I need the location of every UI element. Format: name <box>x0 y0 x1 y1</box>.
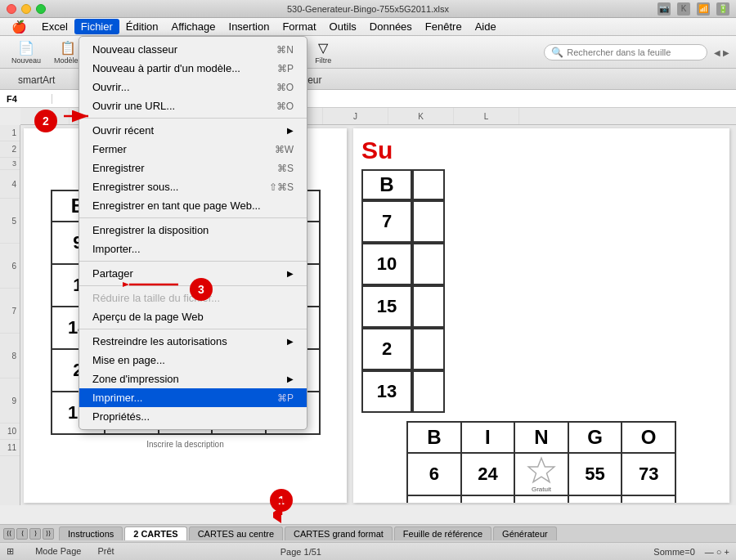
filtre-btn[interactable]: ▽ Filtre <box>307 38 339 66</box>
menu-fichier[interactable]: Fichier <box>74 19 119 34</box>
dropdown-item-15[interactable]: Mise en page... <box>79 351 307 370</box>
dropdown-item-label-10: Importer... <box>92 243 141 255</box>
dropdown-item-0[interactable]: Nouveau classeur⌘N <box>79 40 307 59</box>
dropdown-item-label-16: Zone d'impression <box>92 373 179 385</box>
status-somme: Somme=0 <box>653 547 694 557</box>
dropdown-item-label-18: Propriétés... <box>92 410 150 423</box>
status-bar: ⊞ Mode Page Prêt Page 1/51 Somme=0 — ○ + <box>0 542 736 560</box>
dropdown-item-12: Réduire la taille du fichier... <box>79 289 307 307</box>
row-5: 5 <box>0 199 20 244</box>
camera-icon: 📷 <box>657 2 671 16</box>
dropdown-shortcut-1: ⌘P <box>277 63 294 74</box>
dropdown-item-18[interactable]: Propriétés... <box>79 407 307 426</box>
tab-smartart[interactable]: smartArt <box>7 71 66 89</box>
col-j: J <box>323 108 388 124</box>
dropdown-item-label-4: Ouvrir récent <box>92 124 154 137</box>
menu-insertion[interactable]: Insertion <box>222 19 276 34</box>
dropdown-item-label-7: Enregistrer sous... <box>92 181 179 193</box>
dropdown-item-9[interactable]: Enregistrer la disposition <box>79 221 307 240</box>
card3-area: B I N G O 6 24 <box>361 421 721 503</box>
dropdown-arrow-14: ▶ <box>287 337 294 346</box>
mode-page-icon: ⊞ <box>7 546 14 556</box>
dropdown-shortcut-3: ⌘O <box>276 101 294 112</box>
sheet-tab-feuille[interactable]: Feuille de référence <box>394 526 491 540</box>
menu-bar: 🍎 Excel Fichier Édition Affichage Insert… <box>0 18 736 36</box>
traffic-lights <box>7 4 46 14</box>
sheet-tab-generateur[interactable]: Générateur <box>493 526 557 540</box>
status-center: Page 1/51 <box>280 547 321 557</box>
row-9: 9 <box>0 379 20 423</box>
menu-excel[interactable]: Excel <box>35 19 74 34</box>
sheet-tab-cartes-grand[interactable]: CARTES grand format <box>285 526 393 540</box>
menu-fenetre[interactable]: Fenêtre <box>419 19 469 34</box>
dropdown-item-label-13: Aperçu de la page Web <box>92 311 204 323</box>
sheet-nav[interactable]: ⟨⟨ ⟨ ⟩ ⟩⟩ <box>3 528 54 540</box>
dropdown-item-10[interactable]: Importer... <box>79 240 307 258</box>
dropdown-item-14[interactable]: Restreindre les autorisations▶ <box>79 332 307 351</box>
page-right: Su B 7 10 15 2 13 <box>353 128 729 503</box>
dropdown-shortcut-0: ⌘N <box>276 44 294 56</box>
menu-outils[interactable]: Outils <box>323 19 363 34</box>
sheet-prev-btn[interactable]: ⟨ <box>16 528 28 540</box>
menu-edition[interactable]: Édition <box>119 19 165 34</box>
dropdown-separator-11 <box>79 261 307 262</box>
row-8: 8 <box>0 334 20 379</box>
row-10: 10 <box>0 423 20 440</box>
dropdown-item-2[interactable]: Ouvrir...⌘O <box>79 78 307 96</box>
search-input[interactable] <box>567 47 698 57</box>
card1-description: Inscrire la description <box>146 440 223 449</box>
menu-aide[interactable]: Aide <box>469 19 503 34</box>
dropdown-item-label-8: Enregistrer en tant que page Web... <box>92 199 261 212</box>
dropdown-item-label-1: Nouveau à partir d'un modèle... <box>92 62 240 74</box>
dropdown-item-16[interactable]: Zone d'impression▶ <box>79 370 307 388</box>
menu-affichage[interactable]: Affichage <box>165 19 222 34</box>
dropdown-separator-9 <box>79 217 307 218</box>
minimize-button[interactable] <box>21 4 31 14</box>
free-label-2: Gratuit <box>515 486 568 493</box>
dropdown-item-6[interactable]: Enregistrer⌘S <box>79 159 307 177</box>
sheet-first-btn[interactable]: ⟨⟨ <box>3 528 15 540</box>
dropdown-separator-14 <box>79 329 307 329</box>
maximize-button[interactable] <box>36 4 46 14</box>
dropdown-item-3[interactable]: Ouvrir une URL...⌘O <box>79 96 307 115</box>
status-ready: Prêt <box>97 546 114 557</box>
sheet-tab-cartes-centre[interactable]: CARTES au centre <box>189 526 283 540</box>
dropdown-item-1[interactable]: Nouveau à partir d'un modèle...⌘P <box>79 59 307 78</box>
menu-format[interactable]: Format <box>276 19 322 34</box>
dropdown-item-5[interactable]: Fermer⌘W <box>79 140 307 159</box>
dropdown-item-label-9: Enregistrer la disposition <box>92 224 209 236</box>
zoom-controls[interactable]: — ○ + <box>705 547 729 557</box>
dropdown-item-7[interactable]: Enregistrer sous...⇧⌘S <box>79 177 307 196</box>
dropdown-shortcut-5: ⌘W <box>275 144 294 155</box>
dropdown-item-11[interactable]: Partager▶ <box>79 264 307 283</box>
partial-col-b: B 7 10 15 2 13 <box>361 169 412 413</box>
header-b2: B <box>361 169 412 200</box>
status-page: Page 1/51 <box>280 547 321 557</box>
dropdown-separator-4 <box>79 118 307 119</box>
view-mode-btn[interactable]: ⊞ <box>7 546 19 557</box>
sheet-last-btn[interactable]: ⟩⟩ <box>43 528 54 540</box>
row-1: 1 <box>0 125 20 141</box>
sheet-tab-instructions[interactable]: Instructions <box>59 526 123 540</box>
svg-marker-1 <box>528 458 554 482</box>
sheet-next-btn[interactable]: ⟩ <box>29 528 41 540</box>
close-button[interactable] <box>7 4 16 14</box>
dropdown-item-8[interactable]: Enregistrer en tant que page Web... <box>79 196 307 215</box>
models-icon: 📋 <box>60 40 76 56</box>
menu-donnees[interactable]: Données <box>363 19 419 34</box>
status-left: ⊞ Mode Page Prêt <box>7 546 114 557</box>
dropdown-item-4[interactable]: Ouvrir récent▶ <box>79 121 307 140</box>
dropdown-separator-12 <box>79 285 307 286</box>
apple-menu[interactable]: 🍎 <box>3 18 35 36</box>
filtre-icon: ▽ <box>318 40 328 56</box>
dropdown-item-label-11: Partager <box>92 267 133 280</box>
dropdown-item-13[interactable]: Aperçu de la page Web <box>79 307 307 326</box>
cell-reference[interactable]: F4 <box>3 94 52 104</box>
dropdown-item-17[interactable]: Imprimer...⌘P <box>79 388 307 407</box>
dropdown-arrow-11: ▶ <box>287 269 294 278</box>
search-bar[interactable]: 🔍 <box>544 44 707 60</box>
dropdown-item-label-0: Nouveau classeur <box>92 43 177 56</box>
sheet-tab-2cartes[interactable]: 2 CARTES <box>124 526 186 540</box>
row-6: 6 <box>0 244 20 289</box>
new-button[interactable]: 📄 Nouveau <box>7 38 46 66</box>
